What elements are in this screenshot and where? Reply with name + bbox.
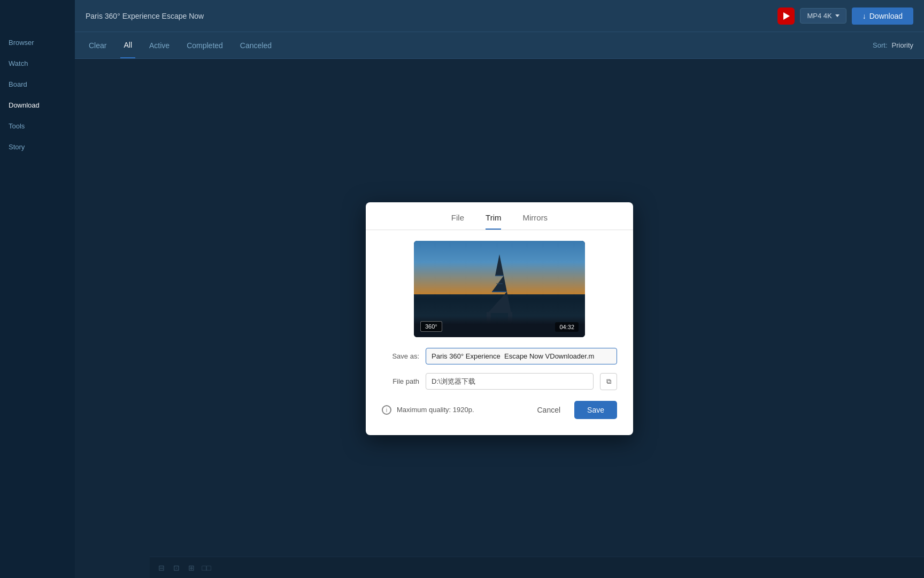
info-icon: i bbox=[382, 405, 391, 415]
save-button[interactable]: Save bbox=[574, 401, 617, 419]
modal-footer: i Maximum quality: 1920p. Cancel Save bbox=[382, 401, 617, 419]
filter-completed[interactable]: Completed bbox=[183, 32, 226, 58]
svg-marker-0 bbox=[495, 254, 504, 276]
save-as-input[interactable] bbox=[426, 348, 617, 364]
save-as-row: Save as: bbox=[382, 348, 617, 364]
file-path-label: File path bbox=[382, 377, 419, 385]
sort-label: Sort: bbox=[873, 41, 887, 49]
youtube-icon[interactable] bbox=[777, 7, 795, 25]
svg-marker-2 bbox=[488, 292, 511, 313]
copy-icon: ⧉ bbox=[606, 377, 611, 386]
format-label: MP4 4K bbox=[807, 12, 831, 20]
sidebar-item-tools[interactable]: Tools bbox=[0, 116, 75, 136]
sidebar-item-download[interactable]: Download bbox=[0, 95, 75, 116]
filter-canceled[interactable]: Canceled bbox=[237, 32, 275, 58]
sidebar-item-board[interactable]: Board bbox=[0, 74, 75, 95]
download-button[interactable]: ↓ Download bbox=[852, 7, 913, 25]
quality-text: Maximum quality: 1920p. bbox=[397, 406, 523, 414]
download-icon: ↓ bbox=[863, 12, 866, 20]
badge-duration: 04:32 bbox=[555, 322, 579, 332]
sidebar: Browser Watch Board Download Tools Story bbox=[0, 0, 75, 578]
main-content: Paris 360° Experience Escape Now MP4 4K … bbox=[75, 0, 924, 578]
video-background: 360° 04:32 bbox=[414, 241, 585, 337]
modal-tab-mirrors[interactable]: Mirrors bbox=[522, 213, 548, 230]
download-label: Download bbox=[869, 12, 903, 20]
topbar-controls: MP4 4K ↓ Download bbox=[777, 7, 913, 25]
filter-bar: Clear All Active Completed Canceled Sort… bbox=[75, 32, 924, 59]
badge-360: 360° bbox=[420, 321, 442, 332]
modal-tab-file[interactable]: File bbox=[451, 213, 464, 230]
youtube-play-icon bbox=[783, 12, 790, 20]
sidebar-item-watch[interactable]: Watch bbox=[0, 53, 75, 74]
sidebar-item-story[interactable]: Story bbox=[0, 136, 75, 157]
filter-active[interactable]: Active bbox=[146, 32, 173, 58]
chevron-down-icon bbox=[835, 14, 840, 17]
sort-area: Sort: Priority bbox=[873, 41, 913, 49]
topbar: Paris 360° Experience Escape Now MP4 4K … bbox=[75, 0, 924, 32]
save-as-label: Save as: bbox=[382, 352, 419, 360]
topbar-title: Paris 360° Experience Escape Now bbox=[86, 12, 777, 20]
file-path-row: File path ⧉ bbox=[382, 373, 617, 390]
sort-value[interactable]: Priority bbox=[892, 41, 913, 49]
filter-clear[interactable]: Clear bbox=[86, 32, 110, 58]
video-thumbnail: 360° 04:32 bbox=[414, 241, 585, 337]
format-dropdown[interactable]: MP4 4K bbox=[800, 8, 846, 24]
eiffel-tower-svg bbox=[483, 254, 515, 324]
cancel-button[interactable]: Cancel bbox=[528, 401, 569, 419]
sidebar-item-browser[interactable]: Browser bbox=[0, 32, 75, 53]
modal-tabs: File Trim Mirrors bbox=[366, 202, 633, 230]
modal-dialog: File Trim Mirrors bbox=[366, 202, 633, 435]
copy-path-button[interactable]: ⧉ bbox=[600, 373, 617, 390]
modal-overlay: File Trim Mirrors bbox=[75, 59, 924, 578]
filter-all[interactable]: All bbox=[120, 32, 135, 58]
modal-tab-trim[interactable]: Trim bbox=[486, 213, 501, 230]
file-path-input[interactable] bbox=[426, 373, 594, 390]
